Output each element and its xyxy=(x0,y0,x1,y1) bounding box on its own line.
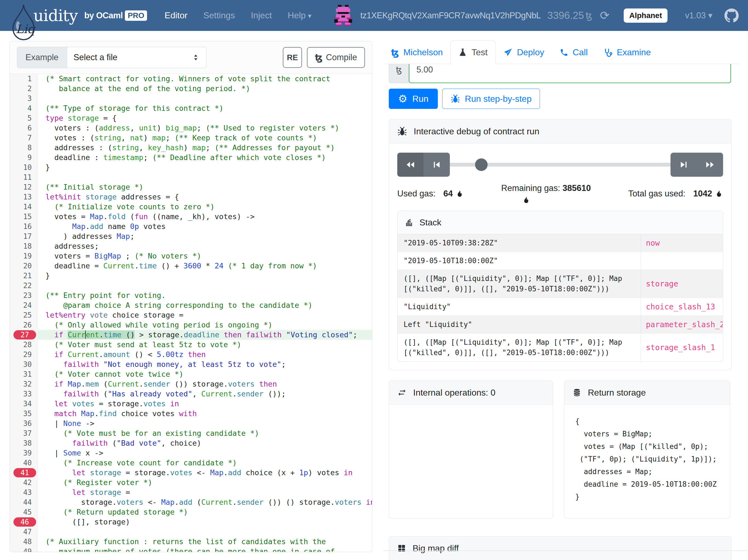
code-line[interactable]: 31 (* Voter cannot vote twice *) xyxy=(10,369,372,379)
flame-icon xyxy=(522,196,530,204)
tab-michelson[interactable]: ꜩ Michelson xyxy=(383,41,450,64)
step-forward-button[interactable] xyxy=(671,153,697,177)
nav-item-settings[interactable]: Settings xyxy=(204,10,235,21)
code-line[interactable]: 36 | None -> xyxy=(10,419,372,429)
tab-examine[interactable]: Examine xyxy=(595,41,659,64)
code-line[interactable]: 38 failwith ("Bad vote", choice) xyxy=(10,438,372,448)
code-line[interactable]: 49 maximum number of votes (there can be… xyxy=(10,546,372,552)
amount-row: ꜩ xyxy=(389,64,731,83)
code-line[interactable]: 48(* Auxiliary function : returns the li… xyxy=(10,537,372,546)
code-line[interactable]: 16 Map.add name 0p votes xyxy=(10,222,372,232)
stack-annotation: choice_slash_13 xyxy=(641,298,723,315)
file-select[interactable]: Select a file xyxy=(67,47,206,68)
version-dropdown[interactable]: v1.03 ▾ xyxy=(685,10,712,21)
avatar[interactable] xyxy=(332,5,354,26)
code-line[interactable]: 23(** Entry point for voting. xyxy=(10,291,372,300)
code-line[interactable]: 32 if Map.mem (Current.sender ()) storag… xyxy=(10,379,372,389)
code-line[interactable]: 5type storage = { xyxy=(10,113,372,123)
stethoscope-icon xyxy=(603,48,612,57)
code-line[interactable]: 30 failwith "Not enough money, at least … xyxy=(10,360,372,369)
refresh-icon[interactable]: ⟳ xyxy=(600,10,609,21)
code-line[interactable]: 40 (* Increase vote count for candidate … xyxy=(10,458,372,468)
code-line[interactable]: 21} xyxy=(10,271,372,281)
amount-input[interactable] xyxy=(409,64,731,83)
code-line[interactable]: 15 votes = Map.fold (fun ((name, _kh), v… xyxy=(10,212,372,222)
code-line[interactable]: 11 xyxy=(10,172,372,182)
stack-annotation: storage xyxy=(641,270,723,298)
used-gas: Used gas: 64 xyxy=(397,183,464,204)
error-line-badge: 46 xyxy=(14,517,36,527)
code-line[interactable]: 14 (* Initialize vote counts to zero *) xyxy=(10,202,372,212)
code-line[interactable]: 47 xyxy=(10,527,372,537)
stack-annotation: storage_slash_1 xyxy=(641,334,723,361)
compile-button[interactable]: ꜩ Compile xyxy=(307,47,365,68)
caret-down-icon: ▾ xyxy=(308,12,311,20)
code-line[interactable]: 22 xyxy=(10,281,372,291)
nav-item-inject[interactable]: Inject xyxy=(251,10,272,21)
debug-slider-thumb[interactable] xyxy=(475,159,488,171)
flask-icon xyxy=(458,48,467,57)
run-button[interactable]: ⚙ Run xyxy=(389,89,438,109)
code-line[interactable]: 7 votes : (string, nat) map; (** Keep tr… xyxy=(10,133,372,143)
code-line[interactable]: 4(** Type of storage for this contract *… xyxy=(10,103,372,113)
code-line[interactable]: 33 failwith ("Has already voted", Curren… xyxy=(10,389,372,399)
code-line[interactable]: 27 if Current.time () > storage.deadline… xyxy=(10,330,372,340)
code-editor[interactable]: 1(* Smart contract for voting. Winners o… xyxy=(10,74,372,552)
code-line[interactable]: 12(** Initial storage *) xyxy=(10,182,372,192)
code-line[interactable]: 10} xyxy=(10,163,372,172)
code-line[interactable]: 18 addresses; xyxy=(10,241,372,251)
network-badge[interactable]: Alphanet xyxy=(624,8,668,23)
fast-forward-button[interactable] xyxy=(697,153,723,177)
tab-call[interactable]: Call xyxy=(552,41,595,64)
stepper-back-group[interactable] xyxy=(397,153,450,177)
code-line[interactable]: 28 (* Voter must send at least 5tz to vo… xyxy=(10,340,372,350)
code-line[interactable]: 9 deadline : timestamp; (** Deadline aft… xyxy=(10,153,372,163)
code-line[interactable]: 44 storage.voters <- Map.add (Current.se… xyxy=(10,497,372,507)
stack-title: Stack xyxy=(419,218,441,227)
reason-syntax-button[interactable]: RE xyxy=(283,47,302,68)
code-line[interactable]: 29 if Current.amount () < 5.00tz then xyxy=(10,350,372,360)
stack-row: ([], ([Map [("Liquidity", 0)]; Map [("TF… xyxy=(398,269,723,298)
bigmap-diff-title: Big map diff xyxy=(413,543,459,554)
tab-test[interactable]: Test xyxy=(450,41,495,64)
code-line[interactable]: 26 (* Only allowed while voting period i… xyxy=(10,320,372,330)
tab-deploy[interactable]: Deploy xyxy=(495,41,552,64)
stack-value: "2019-05-10T09:38:28Z" xyxy=(398,234,641,252)
code-line[interactable]: 17 ) addresses Map; xyxy=(10,232,372,241)
debug-slider-track[interactable] xyxy=(448,163,672,167)
table-grid-icon xyxy=(397,544,406,553)
app-logo[interactable]: Liq uidity by OCaml PRO xyxy=(9,0,147,34)
run-step-button[interactable]: Run step-by-step xyxy=(442,89,540,109)
code-line[interactable]: 41 let storage = storage.votes <- Map.ad… xyxy=(10,468,372,478)
code-line[interactable]: 24 @param choice A string corresponding … xyxy=(10,300,372,310)
remaining-gas: Remaining gas: 385610 xyxy=(501,183,591,204)
code-line[interactable]: 43 let storage = xyxy=(10,487,372,497)
code-line[interactable]: 8 addresses : (string, key_hash) map; (*… xyxy=(10,143,372,153)
tezos-icon: ꜩ xyxy=(391,47,399,58)
caret-down-icon: ▾ xyxy=(708,11,712,20)
code-line[interactable]: 6 voters : (address, unit) big_map; (** … xyxy=(10,123,372,133)
code-line[interactable]: 46 ([], storage) xyxy=(10,517,372,527)
code-line[interactable]: 34 let votes = storage.votes in xyxy=(10,399,372,409)
code-line[interactable]: 3 xyxy=(10,94,372,103)
code-line[interactable]: 20 deadline = Current.time () + 3600 * 2… xyxy=(10,261,372,271)
code-line[interactable]: 39 | Some x -> xyxy=(10,448,372,458)
bigmap-diff-header: Big map diff xyxy=(389,536,731,560)
nav-item-help[interactable]: Help▾ xyxy=(288,10,311,21)
code-line[interactable]: 25let%entry vote choice storage = xyxy=(10,310,372,320)
step-backward-button[interactable] xyxy=(424,153,450,177)
stepper-forward-group[interactable] xyxy=(671,153,723,177)
code-line[interactable]: 45 (* Return updated storage *) xyxy=(10,507,372,517)
internal-operations-card: Internal operations: 0 xyxy=(389,381,553,519)
fast-backward-button[interactable] xyxy=(397,153,424,177)
code-line[interactable]: 35 match Map.find choice votes with xyxy=(10,409,372,419)
code-line[interactable]: 13let%init storage addresses = { xyxy=(10,192,372,202)
logo-text: uidity xyxy=(33,6,78,25)
code-line[interactable]: 19 voters = BigMap ; (* No voters *) xyxy=(10,251,372,261)
code-line[interactable]: 1(* Smart contract for voting. Winners o… xyxy=(10,74,372,84)
code-line[interactable]: 42 (* Register voter *) xyxy=(10,478,372,487)
code-line[interactable]: 2 balance at the end of the voting perio… xyxy=(10,84,372,94)
code-line[interactable]: 37 (* Vote must be for an existing candi… xyxy=(10,429,372,438)
nav-item-editor[interactable]: Editor xyxy=(165,10,188,21)
github-icon[interactable] xyxy=(724,8,739,23)
